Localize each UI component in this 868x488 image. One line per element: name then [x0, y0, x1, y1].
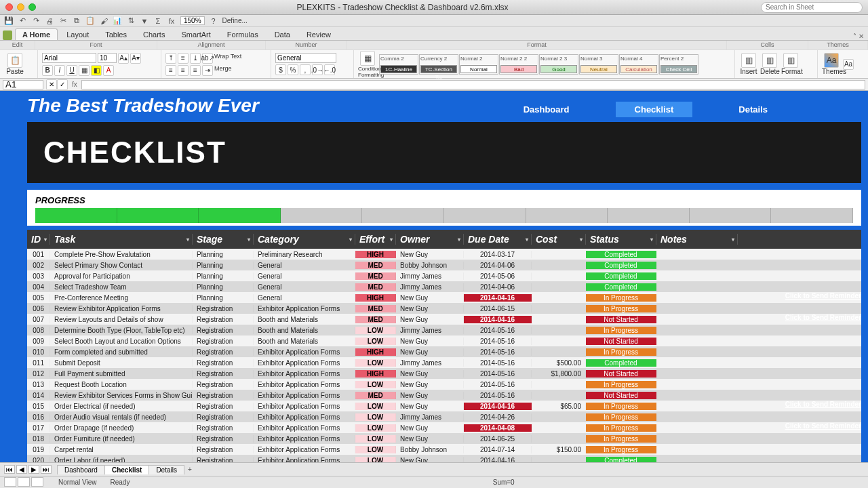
send-reminder-link[interactable]: Click to Send Reminder [785, 292, 861, 300]
align-mid-icon[interactable]: ≡ [178, 53, 189, 64]
nav-details[interactable]: Details [719, 102, 787, 117]
table-row[interactable]: 019Carpet rentalRegistrationExhibitor Ap… [27, 444, 861, 455]
send-reminder-link[interactable]: Click to Send Reminder [785, 314, 861, 321]
save-icon[interactable]: 💾 [4, 16, 14, 26]
ribbon-tab-smartart[interactable]: SmartArt [174, 28, 218, 40]
col-owner[interactable]: Owner [396, 234, 464, 245]
copy-icon[interactable]: ⧉ [72, 16, 81, 26]
sheet-tab-details[interactable]: Details [149, 465, 184, 474]
format-painter-icon[interactable]: 🖌 [99, 16, 108, 26]
name-box[interactable] [3, 80, 43, 89]
paste-icon[interactable]: 📋 [85, 16, 95, 26]
style-normal-2-2[interactable]: Normal 2 2Bad [499, 54, 538, 75]
ribbon-collapse-icon[interactable]: ˄ ✕ [853, 33, 868, 40]
insert-cells-button[interactable]: ▥Insert [739, 53, 758, 75]
inc-decimal-icon[interactable]: .0→ [312, 64, 323, 75]
ribbon-tab-ahome[interactable]: A Home [15, 28, 58, 40]
send-reminder-link[interactable]: Click to Send Reminder [785, 401, 861, 408]
paste-button[interactable]: 📋Paste [5, 53, 24, 75]
italic-button[interactable]: I [54, 65, 65, 76]
ribbon-tab-formulas[interactable]: Formulas [220, 28, 266, 40]
search-input[interactable] [761, 2, 863, 13]
enter-formula-icon[interactable]: ✓ [57, 79, 68, 90]
align-bot-icon[interactable]: ⤓ [190, 53, 201, 64]
first-sheet-icon[interactable]: ⏮ [4, 465, 15, 474]
zoom-select[interactable]: 150% [180, 16, 205, 25]
cut-icon[interactable]: ✂ [58, 16, 68, 26]
percent-icon[interactable]: % [288, 64, 298, 75]
col-stage[interactable]: Stage [193, 234, 254, 245]
align-center-icon[interactable]: ≡ [178, 65, 189, 76]
style-comma-2[interactable]: Comma 21C-Haaline [379, 54, 418, 75]
format-cells-button[interactable]: ▥Format [781, 53, 800, 75]
sheet-tab-checklist[interactable]: Checklist [104, 465, 149, 474]
table-row[interactable]: 005Pre-Conference MeetingPlanningGeneral… [27, 292, 861, 303]
table-row[interactable]: 015Order Electrical (if needed)Registrat… [27, 401, 861, 411]
ribbon-tab-charts[interactable]: Charts [136, 28, 172, 40]
col-due-date[interactable]: Due Date [464, 234, 532, 245]
bold-button[interactable]: B [42, 65, 53, 76]
fx-icon[interactable]: fx [68, 81, 81, 88]
print-icon[interactable]: 🖨 [45, 16, 54, 26]
col-category[interactable]: Category [254, 234, 355, 245]
style-normal-2[interactable]: Normal 2Normal [459, 54, 498, 75]
table-row[interactable]: 016Order Audio visual rentals (if needed… [27, 411, 861, 422]
ribbon-tab-review[interactable]: Review [299, 28, 338, 40]
style-currency-2[interactable]: Currency 2TC-Section T... [419, 54, 458, 75]
table-row[interactable]: 018Order Furniture (if needed)Registrati… [27, 433, 861, 444]
indent-icon[interactable]: ⇥ [202, 65, 213, 76]
col-status[interactable]: Status [586, 234, 656, 245]
decrease-font-icon[interactable]: A▾ [130, 53, 141, 64]
number-format-select[interactable] [275, 53, 336, 63]
underline-button[interactable]: U [66, 65, 77, 76]
merge-button[interactable]: Merge [214, 65, 232, 76]
send-reminder-link[interactable]: Click to Send Reminder [785, 422, 861, 430]
table-row[interactable]: 012Full Payment submittedRegistrationExh… [27, 368, 861, 379]
undo-icon[interactable]: ↶ [18, 16, 27, 26]
table-row[interactable]: 006Review Exhibitor Application FormsReg… [27, 303, 861, 314]
style-normal-4[interactable]: Normal 4Calculation [619, 54, 658, 75]
cell-styles-gallery[interactable]: Comma 21C-HaalineCurrency 2TC-Section T.… [379, 54, 698, 75]
cancel-formula-icon[interactable]: ✕ [46, 79, 57, 90]
wrap-text-button[interactable]: Wrap Text [214, 53, 241, 64]
function-icon[interactable]: fx [167, 16, 176, 26]
minimize-icon[interactable] [17, 3, 24, 11]
font-size-select[interactable] [98, 53, 117, 63]
nav-checklist[interactable]: Checklist [616, 102, 693, 117]
ribbon-tab-tables[interactable]: Tables [98, 28, 134, 40]
align-top-icon[interactable]: ⤒ [165, 53, 176, 64]
table-row[interactable]: 001Complete Pre-Show EvalutationPlanning… [27, 249, 861, 260]
comma-icon[interactable]: , [300, 64, 311, 75]
view-switcher[interactable] [4, 477, 45, 488]
prev-sheet-icon[interactable]: ◀ [16, 465, 27, 474]
chart-icon[interactable]: 📊 [113, 16, 122, 26]
align-left-icon[interactable]: ≡ [165, 65, 176, 76]
last-sheet-icon[interactable]: ⏭ [41, 465, 52, 474]
font-name-select[interactable] [42, 53, 96, 63]
delete-cells-button[interactable]: ▥Delete [760, 53, 779, 75]
theme-fonts-button[interactable]: Aa [843, 59, 854, 70]
table-row[interactable]: 020Order Labor (if needed)RegistrationEx… [27, 455, 861, 462]
table-row[interactable]: 013Request Booth LocationRegistrationExh… [27, 379, 861, 390]
formula-input[interactable] [81, 80, 865, 89]
table-row[interactable]: 011Submit DepositRegistrationExhibitor A… [27, 357, 861, 368]
table-row[interactable]: 004Select Tradeshow TeamPlanningGeneralM… [27, 281, 861, 292]
dec-decimal-icon[interactable]: ←.0 [324, 64, 335, 75]
style-normal-3[interactable]: Normal 3Neutral [579, 54, 618, 75]
sum-icon[interactable]: Σ [153, 16, 163, 26]
sheet-tab-dashboard[interactable]: Dashboard [57, 465, 105, 474]
filter-icon[interactable]: ▼ [140, 16, 149, 26]
zoom-icon[interactable] [28, 3, 36, 11]
align-right-icon[interactable]: ≡ [190, 65, 201, 76]
table-row[interactable]: 009Select Booth Layout and Location Opti… [27, 336, 861, 346]
orientation-icon[interactable]: ab↗ [202, 53, 213, 64]
font-color-button[interactable]: A [103, 65, 114, 76]
fill-color-button[interactable]: ◧ [91, 65, 102, 76]
style-percent-2[interactable]: Percent 2Check Cell [659, 54, 698, 75]
table-row[interactable]: 008Determine Booth Type (Floor, TableTop… [27, 325, 861, 336]
ribbon-tab-layout[interactable]: Layout [59, 28, 96, 40]
worksheet-area[interactable]: The Best Tradeshow Ever DashboardCheckli… [0, 91, 868, 462]
home-icon[interactable] [3, 30, 12, 40]
table-row[interactable]: 003Approval for ParticipationPlanningGen… [27, 270, 861, 281]
col-id[interactable]: ID [27, 234, 50, 245]
